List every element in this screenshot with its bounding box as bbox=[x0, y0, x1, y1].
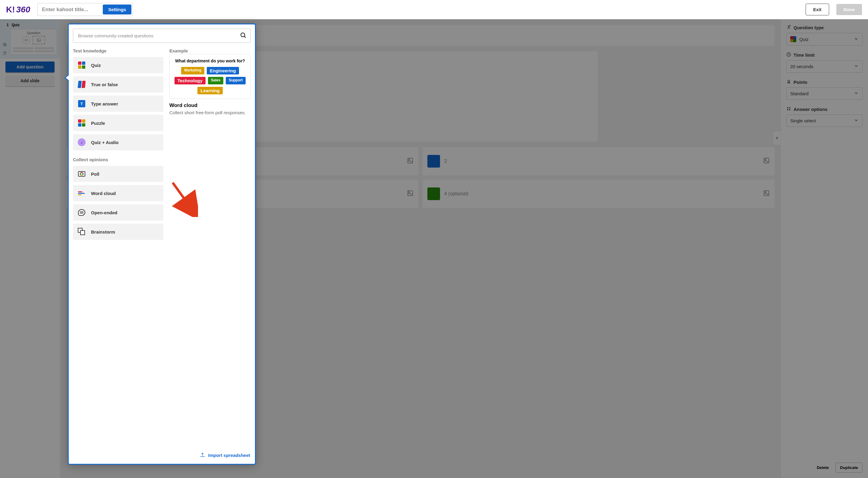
example-heading: Example bbox=[169, 48, 251, 53]
type-label: Puzzle bbox=[91, 121, 105, 126]
question-type-type-answer[interactable]: T Type answer bbox=[73, 96, 163, 112]
question-type-quiz[interactable]: Quiz bbox=[73, 57, 163, 73]
puzzle-icon bbox=[77, 119, 86, 127]
header: K! 360 Enter kahoot title... Settings Ex… bbox=[0, 0, 868, 19]
poll-icon bbox=[77, 169, 86, 179]
example-tag: Learning bbox=[197, 87, 222, 94]
question-type-puzzle[interactable]: Puzzle bbox=[73, 115, 163, 131]
type-label: Poll bbox=[91, 171, 99, 177]
type-label: Word cloud bbox=[91, 191, 116, 196]
question-type-brainstorm[interactable]: Brainstorm bbox=[73, 224, 163, 240]
logo-k-icon: K! bbox=[6, 5, 15, 14]
search-input[interactable] bbox=[73, 29, 251, 43]
audio-icon: ♪ bbox=[77, 138, 86, 147]
type-label: Open-ended bbox=[91, 210, 118, 215]
example-tag: Technology bbox=[175, 77, 206, 85]
example-tag: Marketing bbox=[181, 67, 204, 74]
settings-button[interactable]: Settings bbox=[103, 4, 131, 14]
word-cloud-icon bbox=[77, 189, 86, 198]
true-false-icon bbox=[77, 80, 86, 89]
example-tag: Support bbox=[226, 77, 246, 85]
done-button[interactable]: Done bbox=[836, 4, 862, 15]
example-preview-card: What department do you work for? Marketi… bbox=[169, 54, 251, 99]
modal-pointer-icon bbox=[64, 74, 69, 82]
question-type-word-cloud[interactable]: Word cloud bbox=[73, 185, 163, 201]
title-input[interactable]: Enter kahoot title... bbox=[42, 7, 99, 13]
example-tag: Sales bbox=[208, 77, 223, 85]
question-type-poll[interactable]: Poll bbox=[73, 166, 163, 182]
type-label: Quiz + Audio bbox=[91, 140, 119, 145]
example-tag: Engineering bbox=[207, 67, 239, 74]
question-type-true-false[interactable]: True or false bbox=[73, 76, 163, 93]
import-spreadsheet-button[interactable]: Import spreadsheet bbox=[169, 451, 251, 459]
exit-button[interactable]: Exit bbox=[806, 4, 829, 15]
quiz-icon bbox=[77, 61, 86, 70]
question-type-quiz-audio[interactable]: ♪ Quiz + Audio bbox=[73, 134, 163, 150]
logo-text: 360 bbox=[16, 5, 30, 14]
test-knowledge-heading: Test knowledge bbox=[73, 48, 163, 53]
add-question-modal: Test knowledge Quiz True or false T Type… bbox=[68, 24, 256, 465]
collect-opinions-heading: Collect opinions bbox=[73, 157, 163, 162]
type-answer-icon: T bbox=[77, 99, 86, 108]
logo: K! 360 bbox=[6, 5, 30, 14]
type-label: Quiz bbox=[91, 63, 101, 68]
type-label: Type answer bbox=[91, 101, 118, 106]
upload-icon bbox=[200, 452, 205, 458]
type-label: Brainstorm bbox=[91, 229, 115, 234]
title-settings-group[interactable]: Enter kahoot title... Settings bbox=[37, 3, 133, 16]
search-icon[interactable] bbox=[240, 32, 247, 40]
open-ended-icon bbox=[77, 208, 86, 217]
type-label: True or false bbox=[91, 82, 118, 87]
svg-point-19 bbox=[241, 33, 245, 37]
example-question: What department do you work for? bbox=[174, 59, 246, 63]
example-title: Word cloud bbox=[169, 102, 251, 108]
example-description: Collect short free-form poll responses. bbox=[169, 110, 251, 116]
brainstorm-icon bbox=[77, 227, 86, 236]
example-tag-cloud: Marketing Engineering Technology Sales S… bbox=[174, 67, 246, 94]
import-label: Import spreadsheet bbox=[208, 453, 250, 458]
question-type-open-ended[interactable]: Open-ended bbox=[73, 204, 163, 221]
